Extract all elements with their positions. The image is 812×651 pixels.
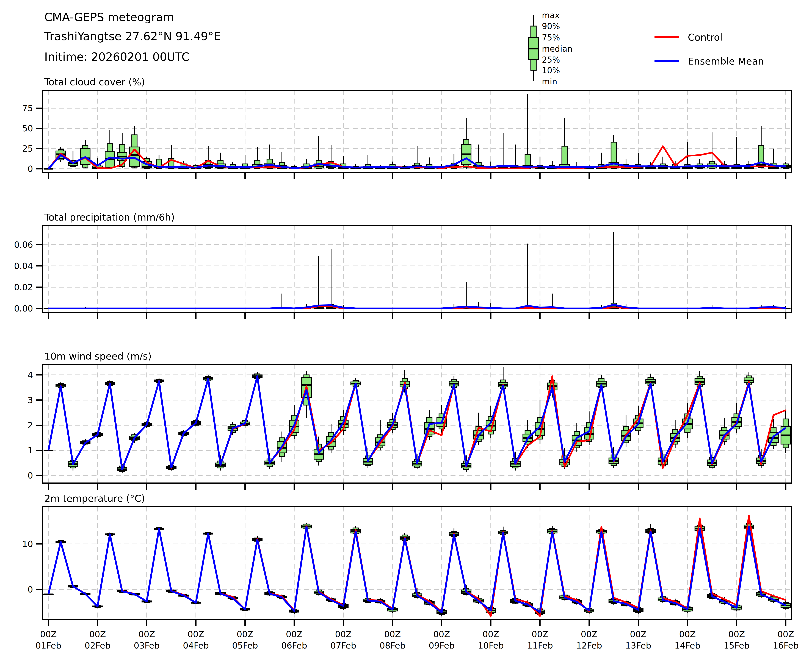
x-tick-time: 00Z [679, 629, 696, 639]
x-tick-time: 00Z [89, 629, 106, 639]
y-tick-label: 0 [27, 164, 33, 174]
init-time: Initime: 20260201 00UTC [44, 50, 189, 64]
meteogram-chart: 02550750.000.020.040.060123401000Z01Feb0… [0, 0, 812, 651]
box-plots [44, 518, 791, 616]
x-tick-time: 00Z [531, 629, 548, 639]
panel-title-wind-speed: 10m wind speed (m/s) [44, 351, 152, 362]
x-tick-time: 00Z [286, 629, 302, 639]
x-tick-time: 00Z [335, 629, 352, 639]
panel-total-cloud-cover: 0255075 [22, 90, 792, 179]
x-tick-date: 10Feb [478, 640, 504, 651]
ensemble-mean-line [49, 305, 786, 308]
x-tick-time: 00Z [40, 629, 57, 639]
x-tick-date: 02Feb [85, 640, 110, 651]
x-tick-time: 00Z [384, 629, 401, 639]
y-tick-label: 75 [22, 103, 33, 113]
x-tick-date: 01Feb [35, 640, 61, 651]
y-tick-label: 3 [27, 395, 33, 405]
y-tick-label: 10 [22, 539, 33, 549]
y-tick-label: 0.06 [14, 240, 33, 250]
panel-wind-speed: 01234 [27, 364, 792, 490]
x-tick-date: 08Feb [380, 640, 406, 651]
x-tick-time: 00Z [482, 629, 499, 639]
y-tick-label: 0.00 [14, 303, 33, 313]
y-tick-label: 0.02 [14, 282, 33, 292]
x-tick-date: 04Feb [183, 640, 209, 651]
panel-total-precipitation: 0.000.020.040.06 [14, 225, 792, 319]
legend-entry-control: Control [688, 32, 722, 43]
x-tick-time: 00Z [138, 629, 155, 639]
x-tick-date: 12Feb [576, 640, 602, 651]
x-tick-time: 00Z [433, 629, 450, 639]
legend-label-median: median [542, 44, 572, 53]
x-tick-date: 07Feb [330, 640, 356, 651]
y-tick-label: 25 [22, 143, 33, 154]
x-tick-date: 13Feb [626, 640, 651, 651]
x-tick-date: 15Feb [723, 640, 749, 651]
y-tick-label: 0 [27, 471, 33, 480]
legend-label-25pct: 25% [542, 55, 560, 64]
x-tick-date: 11Feb [527, 640, 553, 651]
panel-title-precipitation: Total precipitation (mm/6h) [44, 212, 175, 223]
x-tick-date: 03Feb [134, 640, 160, 651]
legend-label-90pct: 90% [542, 21, 560, 31]
x-axis-labels: 00Z01Feb00Z02Feb00Z03Feb00Z04Feb00Z05Feb… [35, 629, 799, 651]
x-tick-date: 09Feb [429, 640, 455, 651]
x-tick-date: 06Feb [281, 640, 307, 651]
panel-title-cloud-cover: Total cloud cover (%) [44, 76, 145, 88]
y-tick-label: 0.04 [14, 261, 33, 271]
legend-label-max: max [542, 11, 560, 20]
x-tick-time: 00Z [581, 629, 597, 639]
legend-label-min: min [542, 77, 557, 86]
x-tick-date: 05Feb [232, 640, 258, 651]
x-tick-time: 00Z [237, 629, 253, 639]
legend-label-10pct: 10% [542, 66, 560, 75]
panel-temperature: 010 [22, 506, 792, 627]
y-tick-label: 0 [27, 584, 33, 595]
y-tick-label: 2 [27, 420, 33, 430]
x-tick-time: 00Z [728, 629, 745, 639]
box-plots [44, 367, 791, 473]
panel-frame [43, 225, 792, 313]
station-coordinates: TrashiYangtse 27.62°N 91.49°E [44, 30, 221, 43]
y-tick-label: 4 [27, 370, 33, 380]
x-tick-date: 16Feb [773, 640, 799, 651]
legend-entry-ensemble-mean: Ensemble Mean [688, 56, 764, 67]
legend-boxplot-glyph [529, 15, 538, 81]
y-tick-label: 50 [22, 123, 33, 133]
panel-title-temperature: 2m temperature (°C) [44, 493, 145, 504]
meteogram-figure: 02550750.000.020.040.060123401000Z01Feb0… [0, 0, 812, 651]
x-tick-time: 00Z [777, 629, 794, 639]
legend-label-75pct: 75% [542, 33, 560, 43]
box-plots [44, 232, 791, 308]
x-tick-time: 00Z [630, 629, 647, 639]
y-tick-label: 1 [27, 445, 33, 455]
box-plots [44, 94, 791, 169]
gridlines [43, 225, 792, 313]
x-tick-date: 14Feb [675, 640, 701, 651]
figure-title: CMA-GEPS meteogram [44, 11, 174, 24]
x-tick-time: 00Z [188, 629, 204, 639]
